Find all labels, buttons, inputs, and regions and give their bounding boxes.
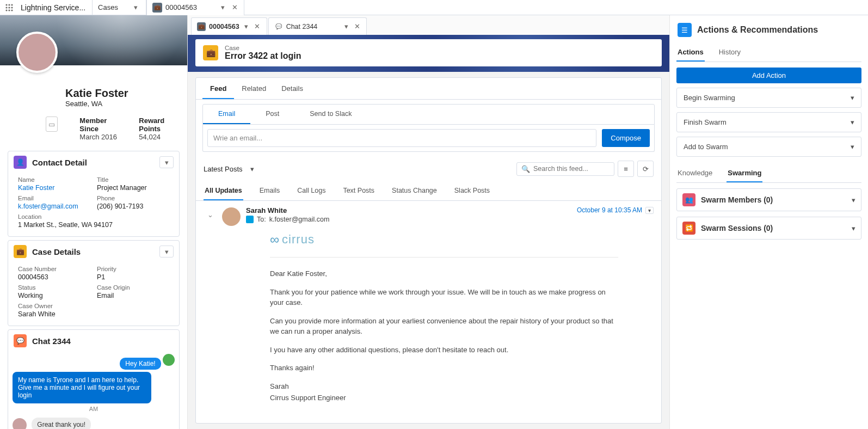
briefcase-icon: 💼	[197, 22, 206, 31]
feed-tab-slack[interactable]: Slack Posts	[453, 182, 491, 200]
member-icon: ▭	[46, 117, 58, 132]
chat-timestamp: AM	[13, 406, 175, 412]
section-title: Swarm Sessions (0)	[701, 224, 846, 232]
email-line: Sarah	[270, 381, 618, 392]
tab-related[interactable]: Related	[234, 78, 274, 99]
tab-actions[interactable]: Actions	[676, 45, 705, 62]
refresh-icon[interactable]: ⟳	[637, 161, 654, 177]
chat-bubble-agent: Hey Katie!	[120, 358, 161, 370]
field-value: 00004563	[18, 272, 90, 281]
chevron-down-icon[interactable]: ▾	[243, 22, 250, 30]
feed-item-menu[interactable]: ▾	[645, 207, 654, 214]
composer-tab-slack[interactable]: Send to Slack	[294, 105, 367, 124]
feed-author[interactable]: Sarah White	[246, 206, 329, 214]
search-feed-field[interactable]	[533, 165, 610, 173]
chevron-down-icon[interactable]: ⌄	[204, 206, 217, 418]
compose-button[interactable]: Compose	[602, 129, 650, 147]
add-action-button[interactable]: Add Action	[676, 68, 861, 83]
field-label: Case Owner	[18, 303, 90, 309]
action-item-begin-swarming[interactable]: Begin Swarming ▾	[676, 88, 861, 108]
close-icon[interactable]: ✕	[231, 3, 238, 11]
contact-avatar	[16, 32, 58, 73]
svg-point-2	[11, 4, 13, 5]
composer-tab-email[interactable]: Email	[203, 105, 250, 124]
case-header-band: 💼 Case Error 3422 at login	[188, 35, 669, 72]
left-sidebar: Katie Foster Seattle, WA ▭ Member Since …	[0, 15, 188, 429]
sub-tab-chat[interactable]: 💬 Chat 2344 ▾ ✕	[268, 17, 367, 35]
sub-tab-case[interactable]: 💼 00004563 ▾ ✕	[191, 17, 267, 35]
composer-tab-post[interactable]: Post	[250, 105, 294, 124]
nav-tab-cases[interactable]: Cases ▾	[92, 0, 146, 15]
chevron-down-icon[interactable]: ▾	[131, 3, 140, 11]
contact-location: Seattle, WA	[65, 100, 177, 108]
chat-bubble-agent: My name is Tyrone and I am here to help.…	[13, 372, 151, 403]
field-value-email[interactable]: k.foster@gmail.com	[18, 201, 90, 210]
feed-tab-emails[interactable]: Emails	[258, 182, 281, 200]
knowledge-tabs: Knowledge Swarming	[676, 166, 861, 183]
close-icon[interactable]: ✕	[254, 22, 261, 30]
panel-title: Contact Detail	[32, 158, 154, 167]
divider	[270, 257, 618, 258]
field-value-name[interactable]: Katie Foster	[18, 183, 90, 192]
feed-tab-calls[interactable]: Call Logs	[296, 182, 327, 200]
chevron-down-icon[interactable]: ▾	[852, 196, 855, 204]
tab-knowledge[interactable]: Knowledge	[676, 166, 713, 182]
feed-filter-tabs: All Updates Emails Call Logs Text Posts …	[196, 182, 661, 201]
email-line: Thanks again!	[270, 363, 618, 373]
svg-point-1	[8, 4, 10, 5]
search-feed-input[interactable]: 🔍	[516, 162, 614, 176]
contact-detail-panel: 👤 Contact Detail ▾ NameKatie Foster Titl…	[8, 151, 180, 237]
chevron-down-icon[interactable]: ▾	[851, 118, 854, 126]
feed-card: Feed Related Details Email Post Send to …	[195, 77, 662, 424]
sort-label: Latest Posts	[204, 165, 243, 173]
action-item-finish-swarm[interactable]: Finish Swarm ▾	[676, 112, 861, 132]
field-value-title: Project Manager	[97, 183, 169, 192]
feed-tab-status[interactable]: Status Change	[391, 182, 438, 200]
panel-menu-button[interactable]: ▾	[159, 246, 174, 258]
chevron-down-icon[interactable]: ▾	[342, 22, 350, 30]
field-value: P1	[97, 272, 169, 281]
tab-details[interactable]: Details	[274, 78, 311, 99]
workspace-tab-label: 00004563	[165, 3, 197, 11]
feed-tab-all[interactable]: All Updates	[204, 182, 243, 200]
sessions-icon: 🔁	[682, 222, 695, 235]
customer-avatar	[13, 418, 27, 429]
to-label: To:	[257, 216, 266, 223]
panel-title: Chat 2344	[32, 336, 174, 346]
infinity-icon: ∞	[270, 232, 280, 247]
svg-point-4	[8, 7, 10, 8]
chevron-down-icon[interactable]: ▾	[218, 3, 227, 11]
chevron-down-icon[interactable]: ▾	[250, 165, 254, 173]
chevron-down-icon[interactable]: ▾	[851, 94, 854, 102]
center-column: 💼 00004563 ▾ ✕ 💬 Chat 2344 ▾ ✕ 💼 Case Er…	[188, 15, 669, 429]
app-launcher-icon[interactable]	[0, 0, 19, 15]
swarm-members-section[interactable]: 👥 Swarm Members (0) ▾	[676, 188, 861, 211]
svg-point-6	[5, 9, 7, 11]
member-since-value: March 2016	[79, 133, 117, 141]
panel-title: Case Details	[32, 247, 154, 256]
field-value: Email	[97, 291, 169, 299]
reward-points-label: Reward Points	[139, 117, 177, 133]
app-name: Lightning Service...	[19, 3, 92, 12]
author-avatar	[222, 207, 241, 226]
workspace-tab-case[interactable]: 💼 00004563 ▾ ✕	[146, 0, 244, 15]
chevron-down-icon[interactable]: ▾	[852, 224, 855, 232]
swarm-sessions-section[interactable]: 🔁 Swarm Sessions (0) ▾	[676, 217, 861, 240]
email-line: Dear Katie Foster,	[270, 268, 618, 279]
close-icon[interactable]: ✕	[353, 22, 361, 30]
chevron-down-icon[interactable]: ▾	[851, 143, 854, 151]
email-line: Can you provide more information at your…	[270, 316, 618, 337]
tab-swarming[interactable]: Swarming	[727, 166, 762, 182]
tab-feed[interactable]: Feed	[202, 78, 234, 99]
feed-tab-texts[interactable]: Text Posts	[342, 182, 375, 200]
field-value: Sarah White	[18, 309, 90, 318]
filter-icon[interactable]: ≡	[618, 161, 634, 177]
actions-icon: ☰	[678, 23, 692, 37]
compose-email-input[interactable]: Wrie an email...	[207, 129, 596, 147]
tab-history[interactable]: History	[718, 45, 742, 62]
action-item-add-to-swarm[interactable]: Add to Swarm ▾	[676, 137, 861, 157]
panel-menu-button[interactable]: ▾	[159, 156, 174, 168]
feed-timestamp[interactable]: October 9 at 10:35 AM	[577, 206, 642, 214]
composer-tabs: Email Post Send to Slack	[202, 104, 655, 125]
action-item-label: Begin Swarming	[684, 94, 735, 102]
